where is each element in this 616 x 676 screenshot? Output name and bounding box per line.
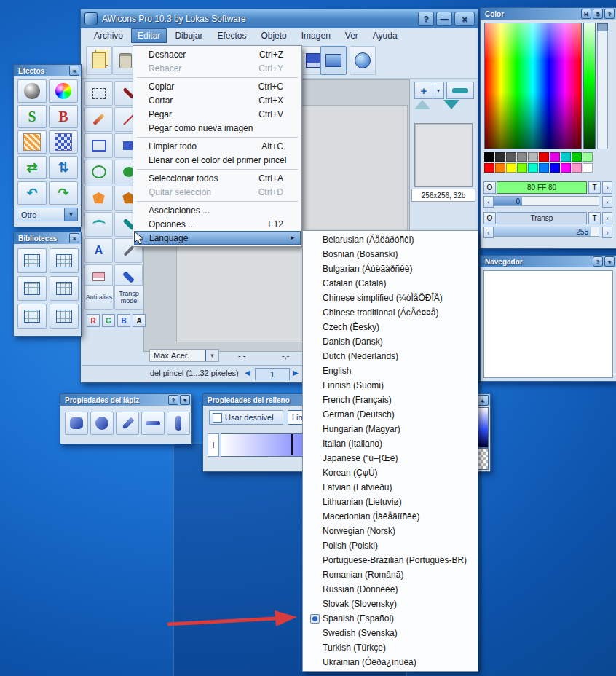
menu-bar-item[interactable]: Editar <box>131 28 167 43</box>
navigator-view[interactable] <box>483 270 613 378</box>
effect-button[interactable] <box>17 79 47 103</box>
language-menu-item[interactable]: Korean (ÇѱÛ) <box>304 465 477 480</box>
pen-shape-button[interactable] <box>65 412 88 435</box>
language-menu-item[interactable]: Macedonian (Ìàêåäîíñêè) <box>304 509 477 524</box>
tool-button[interactable] <box>84 186 113 211</box>
menu-bar-item[interactable]: Archivo <box>87 28 130 43</box>
color-swatch[interactable] <box>550 152 560 162</box>
web-button[interactable] <box>350 46 376 75</box>
color-swatch[interactable] <box>572 163 582 173</box>
language-menu-item[interactable]: Finnish (Suomi) <box>304 378 477 393</box>
library-button[interactable] <box>50 248 79 273</box>
color-swatch[interactable] <box>484 152 494 162</box>
pen-shape-button[interactable] <box>167 412 190 435</box>
value-high-decrease[interactable]: ‹ <box>483 227 494 238</box>
effect-button[interactable] <box>17 130 47 154</box>
edit-menu-item[interactable]: Limpiar todo Alt+C <box>134 139 301 153</box>
color-swatch[interactable] <box>572 152 582 162</box>
language-menu-item[interactable]: Czech (Èesky) <box>304 320 477 334</box>
language-menu-item[interactable]: Bosnian (Bosanski) <box>304 247 477 262</box>
language-menu-item[interactable]: French (Français) <box>304 393 477 407</box>
tool-button[interactable] <box>84 160 113 184</box>
brush-size-increase[interactable]: ▶ <box>293 369 299 377</box>
color-swatch[interactable] <box>583 152 593 162</box>
language-menu-item[interactable]: Belarusian (Áåëàðóñêi) <box>304 232 477 247</box>
language-menu-item[interactable]: Latvian (Latvieðu) <box>304 480 477 495</box>
edit-menu-item[interactable]: Pegar Ctrl+V <box>134 107 301 121</box>
navigator-title-button[interactable]: ▼ <box>604 256 615 267</box>
color-swatch[interactable] <box>517 152 527 162</box>
color-swatch[interactable] <box>484 163 494 173</box>
effect-button[interactable]: ⇄ <box>17 156 47 179</box>
channel-button[interactable]: G <box>102 314 115 327</box>
edit-menu-item[interactable] <box>134 167 301 171</box>
channel-button[interactable]: R <box>87 314 100 327</box>
edit-menu-item[interactable]: Asociaciones ... <box>134 203 301 217</box>
edit-menu-item[interactable] <box>134 135 301 139</box>
menu-bar-item[interactable]: Dibujar <box>168 28 209 43</box>
language-menu-item[interactable]: Spanish (Español) <box>304 611 477 626</box>
pen-title-bar[interactable]: Propiedades del lápiz ?▼ <box>60 394 191 406</box>
pen-shape-button[interactable] <box>90 412 114 435</box>
picture-tool-button[interactable] <box>320 46 347 75</box>
language-menu-item[interactable]: Lithuanian (Lietuviø) <box>304 495 477 509</box>
effect-button[interactable]: ⇅ <box>49 156 78 179</box>
language-menu-item[interactable]: Bulgarian (Áúëãàðñêè) <box>304 262 477 276</box>
channel-button[interactable]: B <box>117 314 130 327</box>
hex-color-field[interactable]: 80 FF 80 <box>497 181 587 194</box>
language-menu-item[interactable]: Norwegian (Norsk) <box>304 524 477 538</box>
navigator-title-bar[interactable]: Navegador ?▼ <box>481 256 616 267</box>
color-title-bar[interactable]: Color H5? <box>481 8 616 20</box>
channel-button[interactable]: A <box>133 314 146 327</box>
menu-bar-item[interactable]: Ayuda <box>366 28 404 43</box>
language-menu-item[interactable]: Portuguese-Brazilian (Português-BR) <box>304 553 477 567</box>
secondary-color-button[interactable]: O <box>483 212 496 224</box>
pen-title-button[interactable]: ▼ <box>180 395 190 405</box>
effect-button[interactable] <box>49 79 78 103</box>
language-menu-item[interactable]: Swedish (Svenska) <box>304 626 477 640</box>
pen-title-button[interactable]: ? <box>168 395 178 405</box>
color-swatch[interactable] <box>561 152 571 162</box>
edit-menu-item[interactable] <box>134 75 301 79</box>
value-high-increase[interactable]: › <box>602 227 612 238</box>
effect-button[interactable]: ↶ <box>17 181 47 205</box>
edit-menu-item[interactable]: Copiar Ctrl+C <box>134 79 301 93</box>
library-button[interactable] <box>17 304 47 329</box>
effect-button[interactable]: B <box>49 105 78 128</box>
menu-bar-item[interactable]: Efectos <box>210 28 253 43</box>
luminance-strip[interactable] <box>583 23 596 149</box>
title-bar[interactable]: AWicons Pro 10.3 by Lokas Software ? — × <box>81 9 478 28</box>
anti-alias-button[interactable]: Anti alias <box>84 285 114 310</box>
library-button[interactable] <box>17 248 47 273</box>
color-title-button[interactable]: ? <box>604 9 615 19</box>
copy-pages-button[interactable] <box>86 46 112 75</box>
secondary-expand-button[interactable]: › <box>602 212 612 224</box>
tool-button[interactable] <box>84 212 113 237</box>
effect-button[interactable]: ↷ <box>49 181 78 205</box>
color-swatch[interactable] <box>495 152 505 162</box>
color-title-button[interactable]: 5 <box>593 9 603 19</box>
language-menu-item[interactable]: Slovak (Slovensky) <box>304 597 477 611</box>
language-menu-item[interactable]: Ukrainian (Óêðà¿íñüêà) <box>304 655 477 669</box>
edit-menu-item[interactable]: Language <box>134 231 301 245</box>
tool-button[interactable] <box>84 107 113 132</box>
language-menu-item[interactable]: Turkish (Türkçe) <box>304 640 477 655</box>
color-swatch[interactable] <box>583 163 593 173</box>
close-icon[interactable]: × <box>69 233 79 243</box>
brush-size-value[interactable]: 1 <box>255 368 290 380</box>
color-title-button[interactable]: H <box>581 9 591 19</box>
value-low-slider[interactable]: 0 <box>494 196 599 206</box>
edit-menu-item[interactable]: Llenar con el color del primer pincel <box>134 153 301 167</box>
color-swatch[interactable] <box>495 163 505 173</box>
color-swatch[interactable] <box>506 152 516 162</box>
language-menu-item[interactable]: Danish (Dansk) <box>304 334 477 349</box>
effect-button[interactable] <box>49 130 78 154</box>
color-swatch[interactable] <box>550 163 560 173</box>
use-gradient-checkbox[interactable]: Usar desnivel <box>209 410 283 425</box>
libraries-title-bar[interactable]: Bibliotecas × <box>14 232 81 244</box>
color-swatch[interactable] <box>528 152 538 162</box>
effects-title-bar[interactable]: Efectos × <box>14 65 81 76</box>
edit-menu-item[interactable]: Rehacer Ctrl+Y <box>134 61 301 75</box>
navigator-title-button[interactable]: ? <box>593 256 603 267</box>
otro-dropdown[interactable]: Otro ▼ <box>17 208 78 221</box>
